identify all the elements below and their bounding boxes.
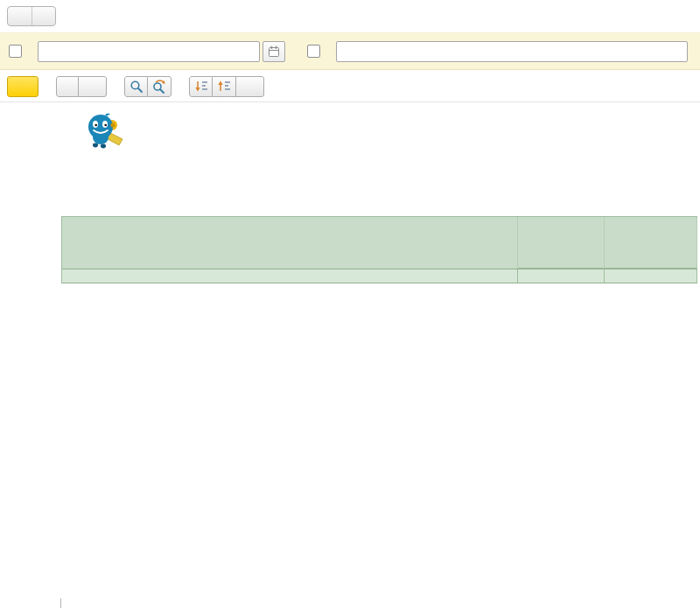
report-table [61, 216, 697, 283]
search-button[interactable] [124, 76, 148, 97]
account-filter-input[interactable] [336, 41, 688, 62]
nav-button-group [7, 6, 56, 26]
calendar-icon [268, 45, 280, 58]
settings-button[interactable] [56, 76, 79, 97]
column-header-credit[interactable] [605, 217, 697, 269]
expand-to-button[interactable] [236, 76, 264, 97]
expand-groups-icon [194, 80, 208, 93]
table-header [62, 217, 697, 269]
expand-groups-button[interactable] [189, 76, 213, 97]
date-filter-input[interactable] [38, 41, 260, 62]
grouping-tree [0, 102, 61, 608]
title-bar [0, 0, 700, 32]
total-label [62, 269, 518, 283]
forward-button[interactable] [32, 7, 55, 25]
filter-panel [0, 32, 700, 70]
save-variant-button[interactable] [79, 76, 107, 97]
search-button-group [124, 76, 172, 97]
app-window [0, 0, 700, 608]
total-credit [605, 269, 697, 283]
search-next-icon [152, 80, 166, 94]
collapse-groups-button[interactable] [213, 76, 236, 97]
total-row[interactable] [62, 269, 697, 283]
column-header-debit[interactable] [518, 217, 605, 269]
mascot-icon [84, 112, 124, 150]
settings-button-group [56, 76, 107, 97]
header-label-stack [62, 217, 518, 269]
report-toolbar [0, 71, 700, 102]
account-filter-checkbox[interactable] [307, 45, 320, 58]
back-button[interactable] [8, 7, 32, 25]
search-next-button[interactable] [148, 76, 172, 97]
date-filter-checkbox[interactable] [9, 45, 22, 58]
search-icon [130, 80, 144, 94]
report-area [0, 102, 700, 608]
expand-button-group [189, 76, 264, 97]
total-debit [518, 269, 605, 283]
calendar-button[interactable] [262, 41, 285, 62]
table-bottom-stub [60, 598, 61, 608]
collapse-groups-icon [217, 80, 231, 93]
generate-button[interactable] [7, 76, 38, 97]
forus-logo [74, 109, 124, 153]
